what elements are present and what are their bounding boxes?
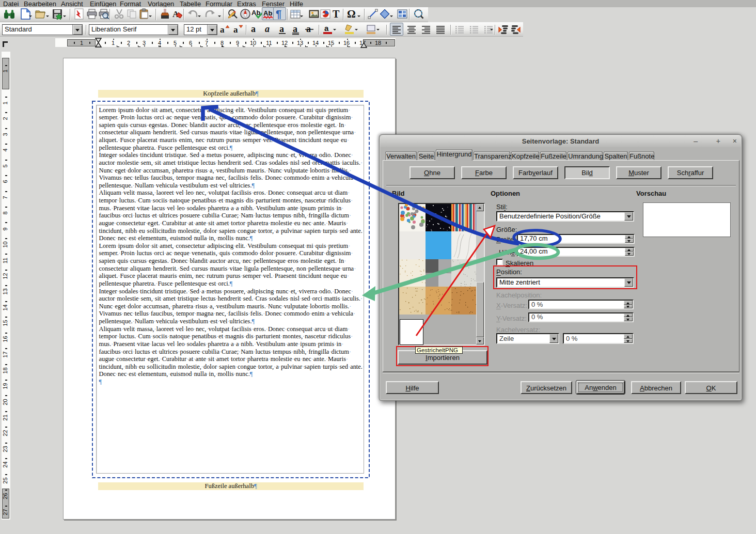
svg-text:a: a [293,24,297,34]
svg-text:a: a [279,24,284,34]
svg-text:a: a [251,24,256,34]
svg-text:a: a [265,24,270,34]
svg-text:T: T [333,8,340,20]
svg-text:Ab: Ab [263,9,272,17]
svg-text:a: a [233,25,238,35]
svg-text:a: a [220,25,225,35]
svg-text:a: a [324,24,329,33]
svg-text:¶: ¶ [276,8,281,20]
svg-text:Ω: Ω [347,8,356,20]
